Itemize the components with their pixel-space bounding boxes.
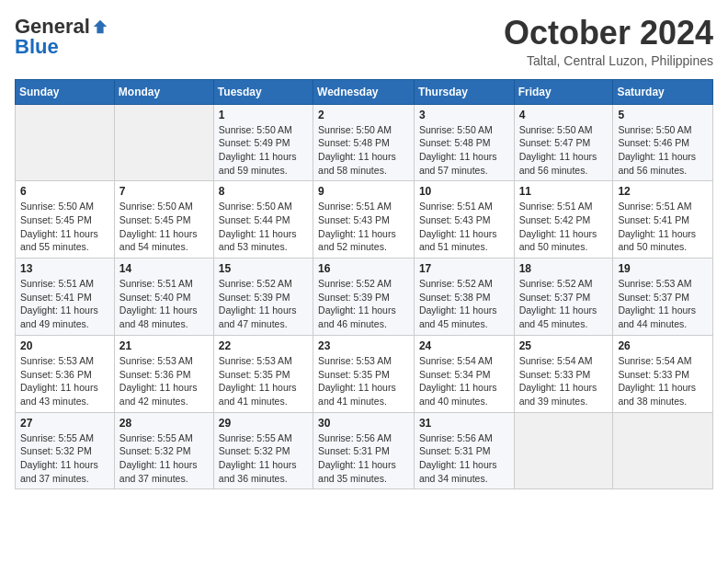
day-info: Sunrise: 5:50 AMSunset: 5:44 PMDaylight:… xyxy=(219,200,308,254)
day-number: 29 xyxy=(219,417,308,430)
day-info: Sunrise: 5:53 AMSunset: 5:35 PMDaylight:… xyxy=(318,354,409,408)
day-number: 27 xyxy=(20,417,109,430)
day-info: Sunrise: 5:54 AMSunset: 5:33 PMDaylight:… xyxy=(519,354,609,408)
weekday-header-thursday: Thursday xyxy=(414,79,514,104)
day-info: Sunrise: 5:53 AMSunset: 5:36 PMDaylight:… xyxy=(20,354,109,408)
day-number: 25 xyxy=(519,339,609,352)
day-info: Sunrise: 5:50 AMSunset: 5:48 PMDaylight:… xyxy=(419,123,509,178)
day-number: 6 xyxy=(20,185,109,198)
day-number: 12 xyxy=(618,185,708,198)
day-info: Sunrise: 5:54 AMSunset: 5:34 PMDaylight:… xyxy=(419,354,509,408)
calendar-cell: 29Sunrise: 5:55 AMSunset: 5:32 PMDayligh… xyxy=(213,412,313,489)
weekday-header-saturday: Saturday xyxy=(613,79,713,104)
calendar-week-row-4: 20Sunrise: 5:53 AMSunset: 5:36 PMDayligh… xyxy=(16,335,713,412)
calendar-cell: 20Sunrise: 5:53 AMSunset: 5:36 PMDayligh… xyxy=(16,335,115,412)
day-number: 23 xyxy=(318,339,409,352)
day-number: 28 xyxy=(119,417,209,430)
day-number: 26 xyxy=(618,339,708,352)
calendar-cell: 27Sunrise: 5:55 AMSunset: 5:32 PMDayligh… xyxy=(16,412,115,489)
day-info: Sunrise: 5:54 AMSunset: 5:33 PMDaylight:… xyxy=(618,354,708,408)
calendar-cell: 3Sunrise: 5:50 AMSunset: 5:48 PMDaylight… xyxy=(414,104,514,181)
calendar-cell: 31Sunrise: 5:56 AMSunset: 5:31 PMDayligh… xyxy=(414,412,514,489)
month-title: October 2024 xyxy=(504,15,713,52)
day-info: Sunrise: 5:50 AMSunset: 5:49 PMDaylight:… xyxy=(219,123,308,178)
day-info: Sunrise: 5:52 AMSunset: 5:37 PMDaylight:… xyxy=(519,277,609,331)
day-info: Sunrise: 5:50 AMSunset: 5:47 PMDaylight:… xyxy=(519,123,609,178)
logo-blue-text: Blue xyxy=(15,35,59,59)
calendar-cell: 11Sunrise: 5:51 AMSunset: 5:42 PMDayligh… xyxy=(514,181,613,259)
day-info: Sunrise: 5:50 AMSunset: 5:45 PMDaylight:… xyxy=(119,200,209,254)
day-info: Sunrise: 5:50 AMSunset: 5:48 PMDaylight:… xyxy=(318,123,409,178)
weekday-header-row: SundayMondayTuesdayWednesdayThursdayFrid… xyxy=(16,79,713,104)
day-info: Sunrise: 5:56 AMSunset: 5:31 PMDaylight:… xyxy=(419,431,509,486)
calendar-cell: 16Sunrise: 5:52 AMSunset: 5:39 PMDayligh… xyxy=(313,259,415,336)
weekday-header-wednesday: Wednesday xyxy=(313,79,415,104)
calendar-cell xyxy=(613,412,713,489)
weekday-header-monday: Monday xyxy=(114,79,213,104)
calendar-cell: 15Sunrise: 5:52 AMSunset: 5:39 PMDayligh… xyxy=(213,259,313,336)
title-block: October 2024 Taltal, Central Luzon, Phil… xyxy=(504,15,713,68)
day-number: 2 xyxy=(318,109,409,121)
calendar-cell: 5Sunrise: 5:50 AMSunset: 5:46 PMDaylight… xyxy=(613,104,713,181)
calendar-cell: 7Sunrise: 5:50 AMSunset: 5:45 PMDaylight… xyxy=(114,181,213,259)
day-number: 20 xyxy=(20,339,109,352)
day-info: Sunrise: 5:51 AMSunset: 5:40 PMDaylight:… xyxy=(119,277,209,331)
day-info: Sunrise: 5:55 AMSunset: 5:32 PMDaylight:… xyxy=(119,431,209,486)
calendar-cell: 25Sunrise: 5:54 AMSunset: 5:33 PMDayligh… xyxy=(514,335,613,412)
calendar-week-row-5: 27Sunrise: 5:55 AMSunset: 5:32 PMDayligh… xyxy=(16,412,713,489)
calendar-cell: 19Sunrise: 5:53 AMSunset: 5:37 PMDayligh… xyxy=(613,259,713,336)
day-number: 31 xyxy=(419,417,509,430)
location: Taltal, Central Luzon, Philippines xyxy=(504,53,713,68)
page-header: General Blue October 2024 Taltal, Centra… xyxy=(15,15,713,68)
weekday-header-friday: Friday xyxy=(514,79,613,104)
logo-icon xyxy=(92,18,108,35)
calendar-cell: 26Sunrise: 5:54 AMSunset: 5:33 PMDayligh… xyxy=(613,335,713,412)
day-number: 1 xyxy=(219,109,308,121)
calendar-cell: 12Sunrise: 5:51 AMSunset: 5:41 PMDayligh… xyxy=(613,181,713,259)
day-info: Sunrise: 5:55 AMSunset: 5:32 PMDaylight:… xyxy=(219,431,308,486)
day-number: 9 xyxy=(318,185,409,198)
day-info: Sunrise: 5:53 AMSunset: 5:35 PMDaylight:… xyxy=(219,354,308,408)
day-info: Sunrise: 5:52 AMSunset: 5:38 PMDaylight:… xyxy=(419,277,509,331)
day-number: 21 xyxy=(119,339,209,352)
calendar-cell: 21Sunrise: 5:53 AMSunset: 5:36 PMDayligh… xyxy=(114,335,213,412)
calendar-cell xyxy=(114,104,213,181)
weekday-header-tuesday: Tuesday xyxy=(213,79,313,104)
calendar-week-row-3: 13Sunrise: 5:51 AMSunset: 5:41 PMDayligh… xyxy=(16,259,713,336)
calendar-cell: 24Sunrise: 5:54 AMSunset: 5:34 PMDayligh… xyxy=(414,335,514,412)
calendar-week-row-2: 6Sunrise: 5:50 AMSunset: 5:45 PMDaylight… xyxy=(16,181,713,259)
day-number: 13 xyxy=(20,262,109,275)
calendar-cell: 22Sunrise: 5:53 AMSunset: 5:35 PMDayligh… xyxy=(213,335,313,412)
day-info: Sunrise: 5:51 AMSunset: 5:43 PMDaylight:… xyxy=(419,200,509,254)
day-number: 7 xyxy=(119,185,209,198)
calendar-cell: 4Sunrise: 5:50 AMSunset: 5:47 PMDaylight… xyxy=(514,104,613,181)
day-number: 5 xyxy=(618,109,708,121)
day-number: 18 xyxy=(519,262,609,275)
day-number: 17 xyxy=(419,262,509,275)
calendar-cell: 6Sunrise: 5:50 AMSunset: 5:45 PMDaylight… xyxy=(16,181,115,259)
calendar-cell: 30Sunrise: 5:56 AMSunset: 5:31 PMDayligh… xyxy=(313,412,415,489)
day-info: Sunrise: 5:52 AMSunset: 5:39 PMDaylight:… xyxy=(318,277,409,331)
day-info: Sunrise: 5:56 AMSunset: 5:31 PMDaylight:… xyxy=(318,431,409,486)
day-number: 10 xyxy=(419,185,509,198)
day-number: 15 xyxy=(219,262,308,275)
day-info: Sunrise: 5:53 AMSunset: 5:36 PMDaylight:… xyxy=(119,354,209,408)
day-info: Sunrise: 5:52 AMSunset: 5:39 PMDaylight:… xyxy=(219,277,308,331)
day-info: Sunrise: 5:50 AMSunset: 5:46 PMDaylight:… xyxy=(618,123,708,178)
day-number: 30 xyxy=(318,417,409,430)
calendar-cell xyxy=(16,104,115,181)
calendar-cell: 10Sunrise: 5:51 AMSunset: 5:43 PMDayligh… xyxy=(414,181,514,259)
calendar-cell: 2Sunrise: 5:50 AMSunset: 5:48 PMDaylight… xyxy=(313,104,415,181)
calendar-week-row-1: 1Sunrise: 5:50 AMSunset: 5:49 PMDaylight… xyxy=(16,104,713,181)
day-info: Sunrise: 5:51 AMSunset: 5:43 PMDaylight:… xyxy=(318,200,409,254)
weekday-header-sunday: Sunday xyxy=(16,79,115,104)
day-info: Sunrise: 5:51 AMSunset: 5:41 PMDaylight:… xyxy=(20,277,109,331)
day-number: 11 xyxy=(519,185,609,198)
calendar-cell: 28Sunrise: 5:55 AMSunset: 5:32 PMDayligh… xyxy=(114,412,213,489)
calendar-cell: 1Sunrise: 5:50 AMSunset: 5:49 PMDaylight… xyxy=(213,104,313,181)
day-info: Sunrise: 5:50 AMSunset: 5:45 PMDaylight:… xyxy=(20,200,109,254)
day-info: Sunrise: 5:53 AMSunset: 5:37 PMDaylight:… xyxy=(618,277,708,331)
calendar-cell: 17Sunrise: 5:52 AMSunset: 5:38 PMDayligh… xyxy=(414,259,514,336)
calendar-cell xyxy=(514,412,613,489)
calendar-cell: 13Sunrise: 5:51 AMSunset: 5:41 PMDayligh… xyxy=(16,259,115,336)
